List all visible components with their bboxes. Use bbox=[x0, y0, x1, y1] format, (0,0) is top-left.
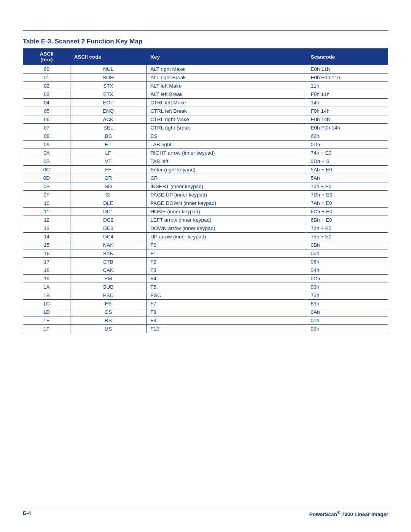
cell-key: F3 bbox=[147, 266, 307, 275]
top-divider bbox=[23, 30, 388, 31]
cell-ascii: 1E bbox=[23, 316, 70, 325]
cell-scancode: 6Ch + E0 bbox=[307, 208, 388, 216]
cell-ascii: 04 bbox=[23, 99, 70, 107]
cell-code: US bbox=[70, 325, 146, 333]
table-row: 02STXALT left Make11h bbox=[23, 82, 388, 90]
cell-scancode: 83h bbox=[307, 300, 388, 308]
cell-ascii: 01 bbox=[23, 73, 70, 82]
cell-key: F8 bbox=[147, 308, 307, 316]
cell-key: F9 bbox=[147, 316, 307, 325]
cell-code: DC4 bbox=[70, 233, 146, 241]
cell-scancode: 06h bbox=[307, 258, 388, 266]
table-row: 05ENQCTRL left BreakF0h 14h bbox=[23, 107, 388, 115]
cell-ascii: 0B bbox=[23, 157, 70, 166]
cell-ascii: 14 bbox=[23, 233, 70, 241]
cell-ascii: 10 bbox=[23, 199, 70, 208]
cell-code: DLE bbox=[70, 199, 146, 208]
cell-code: HT bbox=[70, 141, 146, 149]
page-footer: E-4 PowerScan® 7000 Linear Imager bbox=[23, 506, 388, 517]
cell-code: NAK bbox=[70, 241, 146, 249]
cell-scancode: 11h bbox=[307, 82, 388, 90]
cell-key: ALT left Make bbox=[147, 82, 307, 90]
cell-code: ACK bbox=[70, 115, 146, 124]
table-row: 11DC1HOME (inner keypad)6Ch + E0 bbox=[23, 208, 388, 216]
table-row: 16SYNF105h bbox=[23, 249, 388, 258]
cell-key: CTRL right Break bbox=[147, 124, 307, 132]
cell-code: CR bbox=[70, 174, 146, 182]
cell-ascii: 1B bbox=[23, 291, 70, 300]
cell-ascii: 17 bbox=[23, 258, 70, 266]
table-row: 00NULALT right MakeE0h 11h bbox=[23, 65, 388, 73]
table-row: 1ASUBF503h bbox=[23, 283, 388, 291]
cell-key: CR bbox=[147, 174, 307, 182]
cell-key: INSERT (inner keypad) bbox=[147, 182, 307, 191]
cell-key: HOME (inner keypad) bbox=[147, 208, 307, 216]
header-key: Key bbox=[147, 49, 307, 65]
cell-code: RS bbox=[70, 316, 146, 325]
table-title: Table E-3. Scanset 2 Function Key Map bbox=[23, 38, 388, 45]
cell-key: UP arrow (inner keypad) bbox=[147, 233, 307, 241]
cell-key: F4 bbox=[147, 275, 307, 283]
cell-key: RIGHT arrow (inner keypad) bbox=[147, 149, 307, 157]
table-row: 13DC3DOWN arrow (inner keypad)72h + E0 bbox=[23, 224, 388, 233]
cell-ascii: 1C bbox=[23, 300, 70, 308]
cell-scancode: 04h bbox=[307, 266, 388, 275]
cell-code: SI bbox=[70, 191, 146, 199]
cell-scancode: 0Ch bbox=[307, 275, 388, 283]
cell-key: BS bbox=[147, 132, 307, 141]
cell-ascii: 15 bbox=[23, 241, 70, 249]
cell-code: VT bbox=[70, 157, 146, 166]
cell-ascii: 02 bbox=[23, 82, 70, 90]
footer-product-name: PowerScan® 7000 Linear Imager bbox=[309, 510, 388, 517]
cell-code: SOH bbox=[70, 73, 146, 82]
cell-key: ESC bbox=[147, 291, 307, 300]
cell-key: TAB right bbox=[147, 141, 307, 149]
table-row: 19EMF40Ch bbox=[23, 275, 388, 283]
cell-key: F5 bbox=[147, 283, 307, 291]
cell-code: ENQ bbox=[70, 107, 146, 115]
table-row: 01SOHALT right BreakE0h F0h 11h bbox=[23, 73, 388, 82]
cell-ascii: 08 bbox=[23, 132, 70, 141]
cell-scancode: 05h bbox=[307, 249, 388, 258]
table-row: 15NAKF60Bh bbox=[23, 241, 388, 249]
cell-key: PAGE DOWN (inner keypad) bbox=[147, 199, 307, 208]
cell-key: F2 bbox=[147, 258, 307, 266]
cell-ascii: 09 bbox=[23, 141, 70, 149]
table-row: 0BVTTAB left0Dh + S bbox=[23, 157, 388, 166]
cell-ascii: 16 bbox=[23, 249, 70, 258]
cell-code: STX bbox=[70, 82, 146, 90]
cell-code: BS bbox=[70, 132, 146, 141]
cell-scancode: 70h + E0 bbox=[307, 182, 388, 191]
table-row: 17ETBF206h bbox=[23, 258, 388, 266]
cell-scancode: 6Bh + E0 bbox=[307, 216, 388, 224]
cell-key: CTRL left Break bbox=[147, 107, 307, 115]
table-row: 1DGSF80Ah bbox=[23, 308, 388, 316]
cell-ascii: 03 bbox=[23, 90, 70, 99]
table-row: 0CFFEnter (right keypad)5Ah + E0 bbox=[23, 166, 388, 174]
header-ascii-code: ASCII code bbox=[70, 49, 146, 65]
cell-scancode: F0h 14h bbox=[307, 107, 388, 115]
cell-scancode: 01h bbox=[307, 316, 388, 325]
cell-key: ALT left Break bbox=[147, 90, 307, 99]
cell-key: F6 bbox=[147, 241, 307, 249]
cell-ascii: 1F bbox=[23, 325, 70, 333]
function-key-map-table: ASCII(hex) ASCII code Key Scancode 00NUL… bbox=[23, 48, 388, 333]
cell-key: TAB left bbox=[147, 157, 307, 166]
cell-scancode: 7Dh + E0 bbox=[307, 191, 388, 199]
cell-scancode: F0h 11h bbox=[307, 90, 388, 99]
cell-ascii: 19 bbox=[23, 275, 70, 283]
cell-key: F7 bbox=[147, 300, 307, 308]
cell-key: ALT right Make bbox=[147, 65, 307, 73]
cell-scancode: 5Ah bbox=[307, 174, 388, 182]
cell-ascii: 05 bbox=[23, 107, 70, 115]
table-row: 06ACKCTRL right MakeE0h 14h bbox=[23, 115, 388, 124]
cell-ascii: 18 bbox=[23, 266, 70, 275]
cell-code: EOT bbox=[70, 99, 146, 107]
cell-code: SO bbox=[70, 182, 146, 191]
cell-ascii: 0E bbox=[23, 182, 70, 191]
cell-code: SYN bbox=[70, 249, 146, 258]
cell-code: FS bbox=[70, 300, 146, 308]
cell-scancode: 72h + E0 bbox=[307, 224, 388, 233]
cell-scancode: 0Bh bbox=[307, 241, 388, 249]
cell-scancode: 0Dh bbox=[307, 141, 388, 149]
